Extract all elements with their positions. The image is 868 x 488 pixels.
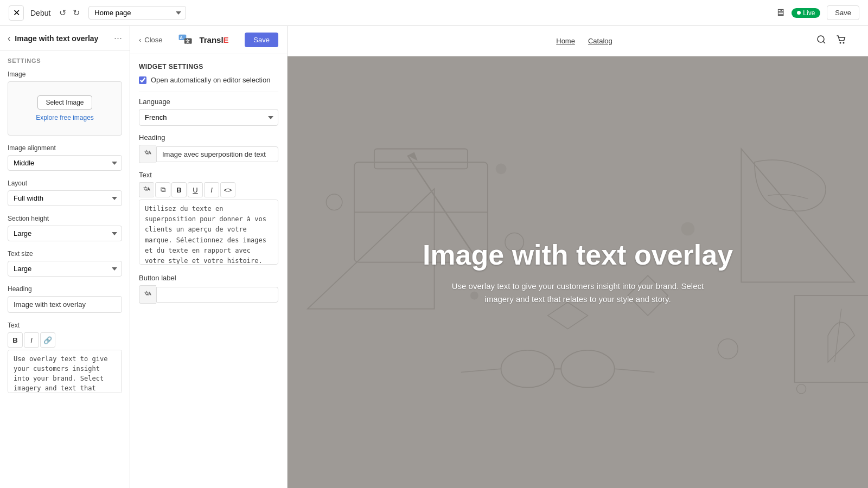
redo-button[interactable]: ↻: [71, 5, 82, 20]
sidebar-header: ‹ Image with text overlay ···: [0, 26, 130, 51]
translation-save-button[interactable]: Save: [245, 33, 278, 47]
svg-marker-11: [407, 152, 417, 161]
auto-open-label: Open automatically on editor selection: [151, 76, 270, 84]
sidebar-title: Image with text overlay: [15, 34, 98, 43]
explore-free-images-link[interactable]: Explore free images: [36, 114, 94, 121]
store-name: Debut: [30, 9, 50, 17]
logo-text: TranslE: [199, 35, 228, 44]
divider: [139, 92, 278, 92]
svg-point-14: [496, 164, 507, 175]
redo-icon: ↻: [73, 8, 80, 18]
heading-group: Heading: [8, 285, 122, 313]
svg-point-6: [843, 42, 845, 44]
trans-text-textarea[interactable]: Utilisez du texte en superposition pour …: [139, 200, 278, 265]
translation-header: ‹ Close A 文 TranslE Save: [130, 26, 287, 54]
svg-text:A: A: [180, 35, 183, 40]
trans-underline-button[interactable]: U: [188, 182, 203, 197]
language-select[interactable]: French English Spanish German: [139, 109, 278, 126]
close-chevron-icon: ‹: [139, 36, 141, 44]
section-height-select[interactable]: Large Small Medium: [8, 226, 122, 241]
language-label: Language: [139, 98, 278, 106]
layout-label: Layout: [8, 179, 122, 187]
search-icon[interactable]: [816, 34, 827, 48]
cart-icon[interactable]: [835, 34, 846, 48]
transle-logo-icon: A 文: [178, 34, 196, 47]
trans-button-translate-icon[interactable]: [139, 285, 156, 304]
nav-home-link[interactable]: Home: [556, 37, 575, 45]
svg-point-5: [840, 42, 841, 44]
svg-point-27: [796, 384, 806, 394]
svg-point-17: [501, 350, 554, 388]
text-label: Text: [8, 322, 122, 329]
settings-label: SETTINGS: [8, 57, 122, 64]
image-alignment-select[interactable]: Middle Left Right: [8, 155, 122, 171]
trans-text-toolbar: ⧉ B U I <>: [139, 182, 278, 197]
text-bold-button[interactable]: B: [8, 332, 23, 348]
nav-icons: [816, 34, 846, 48]
undo-redo-group: ↺ ↻: [57, 5, 82, 20]
logo-e-highlight: E: [224, 35, 229, 44]
undo-icon: ↺: [59, 8, 66, 18]
save-button[interactable]: Save: [827, 5, 859, 20]
heading-input[interactable]: [8, 296, 122, 313]
svg-point-13: [326, 194, 342, 210]
back-icon: ✕: [13, 8, 20, 18]
svg-point-18: [561, 350, 614, 388]
sidebar-back-arrow[interactable]: ‹: [8, 34, 10, 43]
image-alignment-group: Image alignment Middle Left Right: [8, 144, 122, 171]
trans-bold-button[interactable]: B: [171, 182, 187, 197]
auto-open-row: Open automatically on editor selection: [139, 76, 278, 84]
more-options-button[interactable]: ···: [114, 33, 122, 44]
live-dot: [797, 11, 801, 15]
top-bar: ✕ Debut ↺ ↻ Home page 🖥 Live Save: [0, 0, 868, 26]
trans-italic-button[interactable]: I: [204, 182, 219, 197]
image-alignment-label: Image alignment: [8, 144, 122, 152]
top-bar-left: ✕ Debut ↺ ↻ Home page: [9, 5, 186, 21]
heading-label: Heading: [8, 285, 122, 293]
text-italic-button[interactable]: I: [24, 332, 39, 348]
hero-overlay: Image with text overlay Use overlay text…: [412, 228, 744, 317]
undo-button[interactable]: ↺: [57, 5, 68, 20]
translation-logo: A 文 TranslE: [178, 34, 228, 47]
svg-marker-22: [741, 149, 854, 282]
trans-heading-input[interactable]: [156, 146, 278, 162]
image-label: Image: [8, 70, 122, 78]
trans-text-translate-icon-button[interactable]: [139, 182, 154, 197]
trans-code-button[interactable]: <>: [220, 182, 235, 197]
translation-close-button[interactable]: ‹ Close: [139, 36, 163, 44]
trans-heading-label: Heading: [139, 133, 278, 142]
store-nav: Home Catalog: [288, 26, 868, 56]
svg-rect-8: [374, 149, 468, 169]
image-upload-area: Select Image Explore free images: [8, 81, 122, 136]
nav-catalog-link[interactable]: Catalog: [588, 37, 612, 45]
live-label: Live: [803, 9, 815, 17]
svg-line-19: [461, 369, 501, 372]
text-link-button[interactable]: 🔗: [40, 332, 55, 348]
text-size-group: Text size Large Small Medium: [8, 250, 122, 277]
close-label: Close: [144, 36, 162, 44]
preview-area: Home Catalog: [288, 26, 868, 488]
image-field-group: Image Select Image Explore free images: [8, 70, 122, 136]
sidebar-content: SETTINGS Image Select Image Explore free…: [0, 51, 130, 488]
back-button[interactable]: ✕: [9, 5, 24, 21]
hero-title: Image with text overlay: [423, 239, 733, 271]
text-size-select[interactable]: Large Small Medium: [8, 261, 122, 277]
translation-panel: ‹ Close A 文 TranslE Save WIDGET SETTINGS…: [130, 26, 288, 488]
text-textarea[interactable]: Use overlay text to give your customers …: [8, 350, 122, 393]
trans-copy-button[interactable]: ⧉: [155, 182, 170, 197]
auto-open-checkbox[interactable]: [139, 76, 146, 84]
top-bar-right: 🖥 Live Save: [775, 5, 859, 20]
svg-text:文: 文: [186, 38, 190, 44]
select-image-button[interactable]: Select Image: [37, 95, 92, 110]
hero-section: Image with text overlay Use overlay text…: [288, 56, 868, 488]
nav-links: Home Catalog: [556, 37, 612, 45]
trans-heading-icon-button[interactable]: [139, 145, 156, 163]
section-height-label: Section height: [8, 215, 122, 222]
widget-settings-title: WIDGET SETTINGS: [139, 63, 278, 70]
hero-subtitle: Use overlay text to give your customers …: [442, 280, 713, 306]
layout-select[interactable]: Full width Fixed width: [8, 190, 122, 206]
page-select[interactable]: Home page: [88, 6, 186, 20]
device-icon[interactable]: 🖥: [775, 7, 785, 18]
text-group: Text B I 🔗 Use overlay text to give your…: [8, 322, 122, 395]
trans-button-label-input[interactable]: [156, 287, 278, 303]
